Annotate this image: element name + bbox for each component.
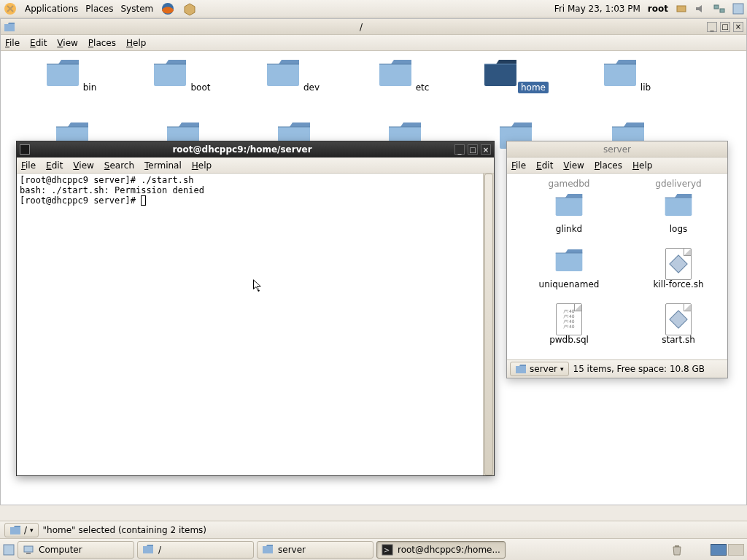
user-label[interactable]: root [648,4,668,14]
menu-terminal[interactable]: Terminal [144,160,182,171]
menu-help[interactable]: Help [126,38,146,48]
maximize-button[interactable]: □ [720,22,730,32]
nautilus-server-menubar: File Edit View Places Help [507,158,727,174]
menu-help[interactable]: Help [192,160,212,171]
folder-label: lib [638,82,654,93]
nautilus-server-title: server [603,144,631,155]
menu-edit[interactable]: Edit [536,160,553,171]
task-server[interactable]: server [257,541,374,559]
item-label: gdeliveryd [631,179,726,189]
nautilus-server-status-text: 15 items, Free space: 10.8 GB [573,364,705,374]
tray-update-icon[interactable] [676,3,687,15]
menu-search[interactable]: Search [104,160,134,171]
folder-label: boot [187,82,213,93]
bottom-panel: Computer / server > root@dhcppc9:/home..… [0,538,747,560]
close-button[interactable]: × [481,144,491,155]
task-computer[interactable]: Computer [18,541,134,559]
menu-file[interactable]: File [21,160,36,171]
svg-rect-8 [26,553,31,554]
menu-file[interactable]: File [5,38,20,48]
folder-logs[interactable]: logs [631,192,726,234]
folder-boot[interactable]: boot [139,58,227,93]
menu-edit[interactable]: Edit [46,160,63,171]
svg-rect-7 [24,546,33,552]
window-controls: _ □ × [707,22,743,32]
folder-label: bin [80,82,100,93]
package-icon[interactable] [182,1,197,16]
folder-gdeliveryd[interactable]: gdeliveryd [631,174,726,189]
terminal-output[interactable]: [root@dhcppc9 server]# ./start.sh bash: … [17,174,494,475]
menu-help[interactable]: Help [632,160,652,171]
distro-icon [3,1,18,16]
folder-label: dev [301,82,322,93]
menu-view[interactable]: View [563,160,584,171]
menu-view[interactable]: View [57,38,77,48]
show-desktop-icon[interactable] [3,544,15,556]
maximize-button[interactable]: □ [468,144,478,155]
file-start-sh[interactable]: start.sh [631,303,726,345]
clock[interactable]: Fri May 23, 1:03 PM [554,4,640,14]
svg-rect-5 [733,4,743,14]
nautilus-root-menubar: File Edit View Places Help [1,35,746,51]
nautilus-server-statusbar: server ▾ 15 items, Free space: 10.8 GB [507,360,727,378]
menu-view[interactable]: View [73,160,93,171]
folder-gamedbd[interactable]: gamedbd [522,174,616,189]
location-button[interactable]: / ▾ [4,523,39,537]
terminal-scrollbar[interactable] [483,174,494,475]
nautilus-root-status-text: "home" selected (containing 2 items) [43,525,206,535]
tray-network-icon[interactable] [713,3,725,15]
chevron-down-icon: ▾ [30,526,34,534]
task-root[interactable]: / [137,541,254,559]
minimize-button[interactable]: _ [707,22,717,32]
item-label: gamedbd [522,179,616,189]
menu-edit[interactable]: Edit [30,38,47,48]
svg-rect-3 [714,5,719,9]
svg-rect-4 [720,9,724,12]
svg-text:>: > [384,546,390,554]
trash-icon[interactable] [671,544,683,556]
menu-file[interactable]: File [511,160,526,171]
svg-rect-6 [4,545,14,555]
item-label: start.sh [631,335,726,345]
applications-menu[interactable]: Applications [25,4,78,14]
folder-label: etc [413,82,433,93]
system-menu[interactable]: System [120,4,153,14]
mouse-cursor [253,279,262,292]
nautilus-root-title: / [360,22,363,32]
item-label: logs [631,224,726,234]
tray-volume-icon[interactable] [694,3,706,15]
nautilus-server-icon-view[interactable]: gamedbd gdeliveryd glinkd logs uniquenam… [507,174,727,360]
folder-bin[interactable]: bin [28,58,116,93]
menu-places[interactable]: Places [88,38,116,48]
folder-home[interactable]: home [472,58,560,93]
nautilus-root-statusbar: / ▾ "home" selected (containing 2 items) [0,521,747,538]
terminal-titlebar[interactable]: root@dhcppc9:/home/server _ □ × [17,141,494,158]
minimize-button[interactable]: _ [454,144,465,155]
menu-places[interactable]: Places [595,160,622,171]
tray-desktop-icon[interactable] [732,3,744,15]
folder-glinkd[interactable]: glinkd [522,192,616,234]
file-kill-force-sh[interactable]: kill-force.sh [631,248,726,289]
firefox-icon[interactable] [160,1,175,16]
location-button[interactable]: server ▾ [510,362,569,376]
folder-dev[interactable]: dev [250,58,338,93]
workspace-switcher[interactable] [711,544,744,556]
close-button[interactable]: × [733,22,743,32]
nautilus-server-titlebar[interactable]: server [507,141,727,158]
svg-rect-2 [677,6,686,12]
folder-uniquenamed[interactable]: uniquenamed [522,248,616,289]
task-terminal[interactable]: > root@dhcppc9:/home... [376,541,506,559]
file-pwdb-sql[interactable]: /*!40/*!40/*!40/*!40pwdb.sql [522,303,616,345]
folder-label: home [518,82,549,93]
item-label: pwdb.sql [522,335,616,345]
nautilus-root-titlebar[interactable]: / _ □ × [1,19,746,35]
folder-etc[interactable]: etc [361,58,449,93]
chevron-down-icon: ▾ [560,365,564,373]
top-panel: Applications Places System Fri May 23, 1… [0,0,747,18]
places-menu[interactable]: Places [85,4,113,14]
folder-icon [4,22,15,32]
terminal-icon [20,144,30,155]
folder-lib[interactable]: lib [584,58,672,93]
item-label: uniquenamed [522,279,616,289]
nautilus-server-window: server File Edit View Places Help gamedb… [506,141,728,378]
